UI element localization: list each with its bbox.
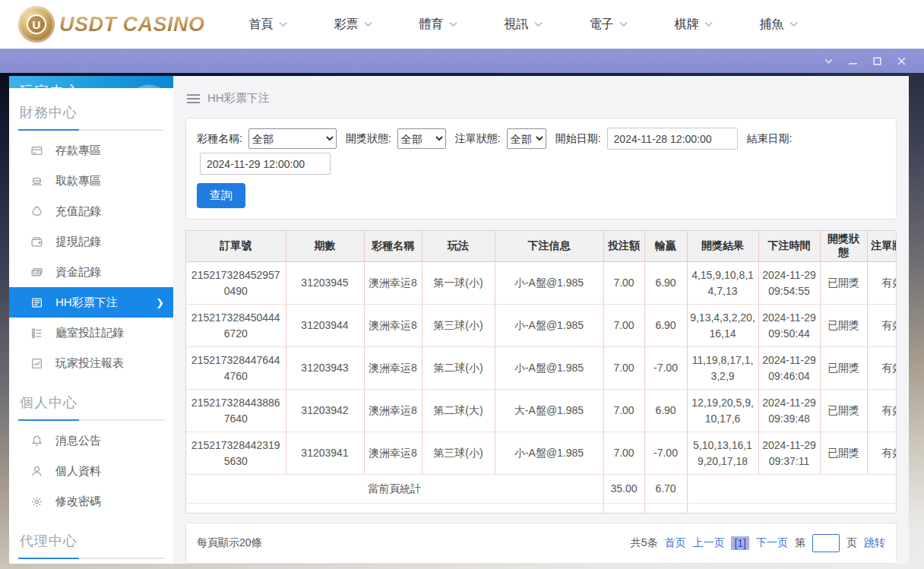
table-cell: 2152173284504446720 bbox=[186, 305, 286, 347]
section-heading: 個人中心 bbox=[9, 387, 173, 419]
table-cell: 有效 bbox=[867, 390, 897, 432]
nav-item[interactable]: 體育 bbox=[419, 17, 457, 33]
table-column-header: 注單狀態 bbox=[867, 231, 897, 262]
sidebar-item[interactable]: 資金記錄 bbox=[9, 257, 173, 287]
order-status-select[interactable]: 全部 bbox=[507, 128, 546, 149]
nav-item-label: 棋牌 bbox=[675, 17, 699, 33]
main-content: HH彩票下注 彩種名稱: 全部 開獎狀態: 全部 注單狀態: 全部 開始日期: … bbox=[173, 76, 909, 564]
table-cell: 大-A盤@1.985 bbox=[495, 390, 603, 432]
page-title: HH彩票下注 bbox=[207, 91, 270, 106]
table-cell: 澳洲幸运8 bbox=[364, 432, 422, 475]
chevron-down-icon bbox=[449, 21, 457, 27]
sidebar-item[interactable]: 取款專區 bbox=[9, 166, 173, 196]
table-cell: 第一球(小) bbox=[422, 262, 495, 305]
jump-prefix-text: 第 bbox=[795, 536, 805, 550]
sidebar-item[interactable]: 玩家投注報表 bbox=[9, 348, 173, 378]
window-minimize-button[interactable] bbox=[840, 49, 865, 73]
table-column-header: 下注時間 bbox=[758, 231, 820, 262]
sidebar-item-label: 廳室投註記錄 bbox=[55, 326, 124, 340]
table-header-row: 訂單號期數彩種名稱玩法下注信息投注額輸贏開獎結果下注時間開獎狀態注單狀態 bbox=[186, 231, 897, 262]
table-cell: 已開獎 bbox=[820, 262, 867, 305]
table-cell: 2024-11-29 09:50:44 bbox=[758, 305, 820, 347]
table-cell: 已開獎 bbox=[820, 347, 867, 390]
window-close-button[interactable] bbox=[889, 49, 913, 73]
players-center-header: 玩家中心 PLAYERS CENTER bbox=[9, 76, 173, 88]
table-column-header: 投注額 bbox=[603, 231, 644, 262]
nav-item[interactable]: 捕魚 bbox=[760, 17, 798, 33]
table-cell: 2024-11-29 09:39:48 bbox=[758, 390, 820, 432]
chevron-down-icon bbox=[704, 21, 713, 27]
sidebar-section: 個人中心消息公告個人資料修改密碼 bbox=[9, 378, 173, 517]
usdt-coin-icon: U bbox=[18, 6, 55, 43]
start-date-input[interactable] bbox=[607, 128, 738, 150]
table-cell: 小-A盤@1.985 bbox=[495, 305, 603, 347]
nav-item[interactable]: 電子 bbox=[590, 17, 628, 33]
sidebar-item[interactable]: 提現記錄 bbox=[9, 226, 173, 257]
sidebar-item-label: 取款專區 bbox=[55, 174, 101, 188]
nav-item[interactable]: 首頁 bbox=[249, 17, 287, 33]
chevron-down-icon bbox=[619, 21, 628, 27]
table-cell: 6.90 bbox=[644, 262, 687, 305]
sidebar-item-label: 充值記錄 bbox=[55, 204, 101, 219]
table-cell: 2024-11-29 09:46:04 bbox=[758, 347, 820, 390]
jump-button[interactable]: 跳转 bbox=[864, 536, 885, 550]
total-count-text: 共5条 bbox=[631, 536, 658, 550]
table-cell: 小-A盤@1.985 bbox=[495, 432, 603, 475]
hamburger-menu-icon[interactable] bbox=[187, 93, 200, 104]
table-cell: 5,10,13,16,19,20,17,18 bbox=[687, 432, 758, 475]
sidebar-item[interactable]: 個人資料 bbox=[9, 456, 173, 486]
table-cell: 2152173284529570490 bbox=[186, 262, 286, 305]
section-heading: 代理中心 bbox=[9, 526, 173, 558]
table-cell: 小-A盤@1.985 bbox=[495, 262, 603, 305]
table-cell: 6.90 bbox=[644, 390, 687, 432]
table-cell: 有效 bbox=[867, 305, 897, 347]
sidebar-item-label: 消息公告 bbox=[55, 434, 101, 448]
table-cell: 澳洲幸运8 bbox=[364, 262, 422, 305]
nav-item-label: 體育 bbox=[419, 17, 444, 33]
prev-page-link[interactable]: 上一页 bbox=[692, 536, 724, 550]
sidebar-item[interactable]: 消息公告 bbox=[9, 425, 173, 456]
gear-icon bbox=[30, 495, 43, 508]
lottery-name-select[interactable]: 全部 bbox=[248, 128, 337, 149]
table-cell: 有效 bbox=[867, 347, 897, 390]
jump-page-input[interactable] bbox=[812, 534, 840, 552]
sidebar-item[interactable]: 修改密碼 bbox=[9, 486, 173, 517]
summary-empty bbox=[687, 475, 897, 504]
sidebar-item-label: 存款專區 bbox=[55, 144, 101, 158]
table-cell: 2024-11-29 09:37:11 bbox=[758, 432, 820, 475]
first-page-link[interactable]: 首页 bbox=[664, 536, 685, 550]
nav-item[interactable]: 彩票 bbox=[334, 17, 372, 33]
pager-controls: 共5条 首页 上一页 [1] 下一页 第 页 跳转 bbox=[631, 534, 885, 552]
table-cell: 7.00 bbox=[603, 305, 644, 347]
table-cell: 12,19,20,5,9,10,17,6 bbox=[687, 390, 758, 432]
table-cell: 7.00 bbox=[603, 347, 644, 390]
section-divider bbox=[18, 129, 164, 131]
gamepad-icon bbox=[129, 79, 169, 88]
sidebar-item-label: 提現記錄 bbox=[55, 235, 101, 249]
window-chevron-down-button[interactable] bbox=[816, 49, 840, 73]
brand-logo[interactable]: U USDT CASINO bbox=[18, 6, 205, 43]
end-date-input[interactable] bbox=[200, 153, 331, 175]
query-button[interactable]: 查詢 bbox=[197, 183, 245, 208]
sidebar-item[interactable]: 充值記錄 bbox=[9, 196, 173, 226]
sidebar-item[interactable]: 存款專區 bbox=[9, 135, 173, 166]
table-cell: 31203945 bbox=[286, 262, 364, 305]
nav-item[interactable]: 棋牌 bbox=[675, 17, 713, 33]
next-page-link[interactable]: 下一页 bbox=[756, 536, 788, 550]
page-header: HH彩票下注 bbox=[173, 76, 909, 115]
section-divider bbox=[18, 558, 164, 559]
table-cell: 31203941 bbox=[286, 432, 364, 475]
lottery-name-label: 彩種名稱: bbox=[197, 132, 242, 146]
brand-name: USDT CASINO bbox=[59, 13, 205, 36]
table-row: 215217328452957049031203945澳洲幸运8第一球(小)小-… bbox=[186, 262, 897, 305]
window-maximize-button[interactable] bbox=[865, 49, 889, 73]
sidebar-section: 財務中心存款專區取款專區充值記錄提現記錄資金記錄HH彩票下注❯廳室投註記錄玩家投… bbox=[9, 88, 173, 378]
sidebar-item-label: 資金記錄 bbox=[55, 265, 101, 280]
end-date-label: 結束日期: bbox=[747, 132, 793, 146]
draw-status-select[interactable]: 全部 bbox=[397, 128, 446, 149]
sidebar-item[interactable]: HH彩票下注❯ bbox=[9, 287, 173, 318]
nav-item[interactable]: 視訊 bbox=[505, 17, 543, 33]
section-divider bbox=[18, 419, 164, 421]
sidebar-item[interactable]: 廳室投註記錄 bbox=[9, 318, 173, 348]
table-cell: 2024-11-29 09:54:55 bbox=[758, 262, 820, 305]
